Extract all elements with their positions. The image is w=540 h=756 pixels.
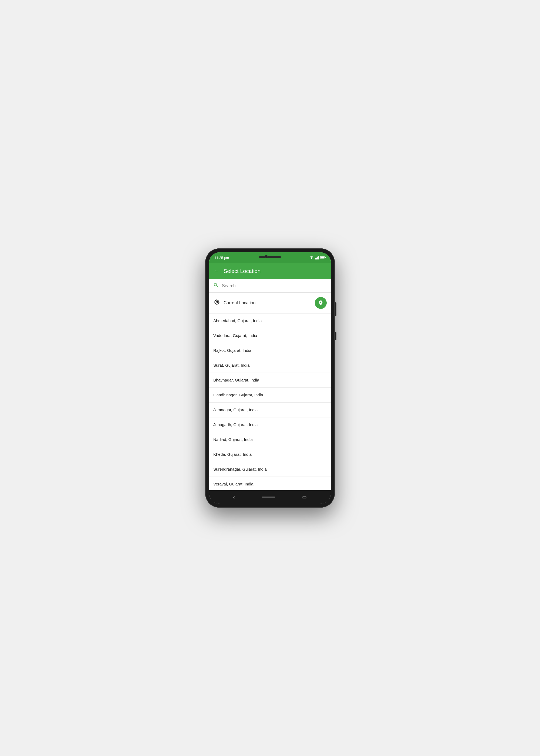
list-item[interactable]: Jamnagar, Gujarat, India [209, 403, 331, 418]
svg-point-8 [215, 300, 219, 304]
search-input[interactable] [222, 284, 327, 288]
location-name: Gandhinagar, Gujarat, India [213, 393, 263, 397]
location-name: Veraval, Gujarat, India [213, 482, 253, 486]
app-header: ← Select Location [209, 263, 331, 279]
location-name: Surendranagar, Gujarat, India [213, 467, 267, 471]
location-name: Jamnagar, Gujarat, India [213, 408, 258, 412]
list-item[interactable]: Surendranagar, Gujarat, India [209, 462, 331, 477]
list-item[interactable]: Gandhinagar, Gujarat, India [209, 388, 331, 403]
location-pin-button[interactable] [315, 297, 327, 309]
search-bar [209, 279, 331, 293]
battery-icon [320, 256, 326, 259]
phone-camera [265, 255, 268, 258]
list-item[interactable]: Nadiad, Gujarat, India [209, 432, 331, 447]
list-item[interactable]: Bhavnagar, Gujarat, India [209, 373, 331, 388]
location-name: Rajkot, Gujarat, India [213, 348, 251, 353]
phone-device: 11:25 pm [205, 248, 335, 508]
location-name: Surat, Gujarat, India [213, 363, 249, 367]
bottom-nav: ‹ ▭ [209, 490, 331, 504]
svg-rect-5 [325, 257, 326, 258]
location-name: Nadiad, Gujarat, India [213, 437, 253, 442]
location-list: Ahmedabad, Gujarat, IndiaVadodara, Gujar… [209, 314, 331, 490]
volume-button[interactable] [335, 303, 337, 316]
svg-rect-6 [321, 257, 325, 259]
current-location-row[interactable]: Current Location [209, 293, 331, 314]
location-name: Ahmedabad, Gujarat, India [213, 318, 262, 323]
svg-point-7 [216, 301, 218, 303]
current-location-label: Current Location [223, 301, 255, 306]
search-icon [213, 283, 219, 289]
back-button[interactable]: ← [213, 268, 219, 274]
nav-home-indicator[interactable] [262, 497, 275, 498]
list-item[interactable]: Rajkot, Gujarat, India [209, 343, 331, 358]
location-name: Kheda, Gujarat, India [213, 452, 252, 456]
header-title: Select Location [223, 268, 261, 274]
wifi-icon [310, 256, 314, 259]
status-time: 11:25 pm [214, 256, 229, 260]
list-item[interactable]: Kheda, Gujarat, India [209, 447, 331, 462]
status-icons [310, 256, 326, 259]
power-button[interactable] [335, 332, 337, 340]
list-item[interactable]: Vadodara, Gujarat, India [209, 328, 331, 343]
list-item[interactable]: Veraval, Gujarat, India [209, 477, 331, 490]
list-item[interactable]: Junagadh, Gujarat, India [209, 418, 331, 432]
list-item[interactable]: Surat, Gujarat, India [209, 358, 331, 373]
signal-icon [315, 256, 319, 259]
nav-recents-button[interactable]: ▭ [302, 494, 307, 500]
svg-rect-3 [318, 256, 319, 259]
phone-screen: 11:25 pm [209, 252, 331, 504]
content-area: Current Location Ahmedabad, Gujarat, Ind… [209, 279, 331, 490]
pin-icon [318, 300, 324, 306]
location-name: Bhavnagar, Gujarat, India [213, 378, 259, 382]
svg-rect-1 [316, 258, 317, 259]
location-name: Junagadh, Gujarat, India [213, 422, 258, 427]
nav-back-button[interactable]: ‹ [233, 494, 235, 500]
gps-target-icon [213, 299, 220, 307]
phone-speaker [259, 256, 281, 258]
location-name: Vadodara, Gujarat, India [213, 333, 257, 338]
svg-rect-0 [315, 258, 316, 259]
current-location-left: Current Location [213, 299, 255, 307]
svg-rect-2 [317, 257, 318, 260]
list-item[interactable]: Ahmedabad, Gujarat, India [209, 314, 331, 328]
